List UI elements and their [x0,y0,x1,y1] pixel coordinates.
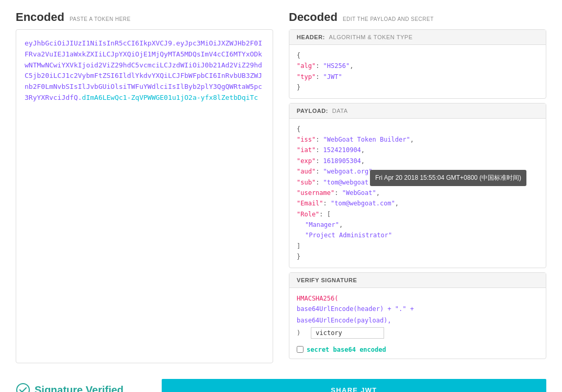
payload-sub: DATA [332,108,348,114]
exp-val: 1618905304 [323,157,361,165]
iat-tooltip: Fri Apr 20 2018 15:55:04 GMT+0800 (中国标准时… [370,170,526,186]
verify-input-row: ) [297,327,538,339]
decoded-subtitle: EDIT THE PAYLOAD AND SECRET [343,16,434,22]
sub-key: "sub" [297,179,316,186]
aud-key: "aud" [297,168,316,175]
header-alg-key: "alg" [297,62,316,70]
encoded-subtitle: PASTE A TOKEN HERE [70,16,131,22]
verify-line1: HMACSHA256( [297,293,538,304]
verify-body: HMACSHA256( base64UrlEncode(header) + ".… [289,288,546,344]
encoded-token-box[interactable]: eyJhbGciOiJIUzI1NiIsInR5cCI6IkpXVCJ9.eyJ… [16,29,273,363]
email-key: "Email" [297,200,323,207]
verify-line3-text: base64UrlEncode(payload), [297,315,391,326]
header-sub: ALGORITHM & TOKEN TYPE [329,34,413,40]
signature-verified: Signature Verified [16,383,123,392]
bottom-row: Signature Verified SHARE JWT [0,374,562,392]
username-key: "username" [297,189,334,197]
role-key: "Role" [297,211,319,218]
secret-checkbox-line: secret base64 encoded [289,344,546,359]
aud-val: "webgoat.org" [323,168,373,175]
header-label: HEADER: [297,34,325,40]
verify-line3: base64UrlEncode(payload), [297,315,538,326]
header-close-brace: } [297,82,538,93]
header-body: { "alg": "HS256", "typ": "JWT" } [289,45,546,98]
header-alg-line: "alg": "HS256", [297,61,538,71]
payload-section-header: PAYLOAD: DATA [289,103,546,119]
exp-key: "exp" [297,157,316,165]
verify-line2: base64UrlEncode(header) + "." + [297,304,538,314]
username-val: "WebGoat" [342,189,376,197]
iss-val: "WebGoat Token Builder" [323,136,410,143]
header-section: HEADER: ALGORITHM & TOKEN TYPE { "alg": … [289,29,546,99]
iss-key: "iss" [297,136,316,143]
secret-base64-link[interactable]: secret base64 encoded [307,346,386,353]
header-section-header: HEADER: ALGORITHM & TOKEN TYPE [289,30,546,45]
decoded-title-text: Decoded [289,10,338,24]
check-circle-icon [16,383,30,392]
share-jwt-button[interactable]: SHARE JWT [162,379,546,392]
projadmin-val: "Project Administrator" [305,232,392,239]
encoded-title: Encoded PASTE A TOKEN HERE [16,10,273,24]
verify-label: VERIFY SIGNATURE [297,277,357,283]
token-part3: dImA6LEwQc1-ZqVPWWGE01u1jO2a-yfx8lZetbDq… [82,94,258,101]
encoded-panel: Encoded PASTE A TOKEN HERE eyJhbGciOiJIU… [16,10,273,363]
sig-verified-text: Signature Verified [35,384,123,392]
iat-key: "iat" [297,146,316,154]
header-typ-val: "JWT" [323,73,342,80]
email-val: "tom@webgoat.com" [331,200,395,207]
payload-body: { "iss": "WebGoat Token Builder", "iat":… [289,119,546,268]
header-alg-val: "HS256" [323,62,350,70]
encoded-title-text: Encoded [16,10,64,24]
header-open-brace: { [297,50,538,61]
secret-input[interactable] [311,327,384,339]
close-paren: ) [297,328,300,338]
secret-base64-checkbox[interactable] [297,346,304,353]
payload-label: PAYLOAD: [297,108,328,114]
verify-section: VERIFY SIGNATURE HMACSHA256( base64UrlEn… [289,272,546,359]
header-typ-line: "typ": "JWT" [297,72,538,82]
header-typ-key: "typ" [297,73,316,80]
token-part1: eyJhbGciOiJIUzI1NiIsInR5cCI6IkpXVCJ9. [25,39,176,47]
decoded-title: Decoded EDIT THE PAYLOAD AND SECRET [289,10,546,24]
manager-val: "Manager" [305,221,339,228]
verify-section-header: VERIFY SIGNATURE [289,273,546,288]
iat-val: 1524210904 [323,146,361,154]
payload-section: PAYLOAD: DATA { "iss": "WebGoat Token Bu… [289,103,546,268]
decoded-panel: Decoded EDIT THE PAYLOAD AND SECRET HEAD… [289,10,546,363]
token-part2: eyJpc3MiOiJXZWJHb2F0IFRva2VuIEJ1aWxkZXIi… [25,39,262,101]
